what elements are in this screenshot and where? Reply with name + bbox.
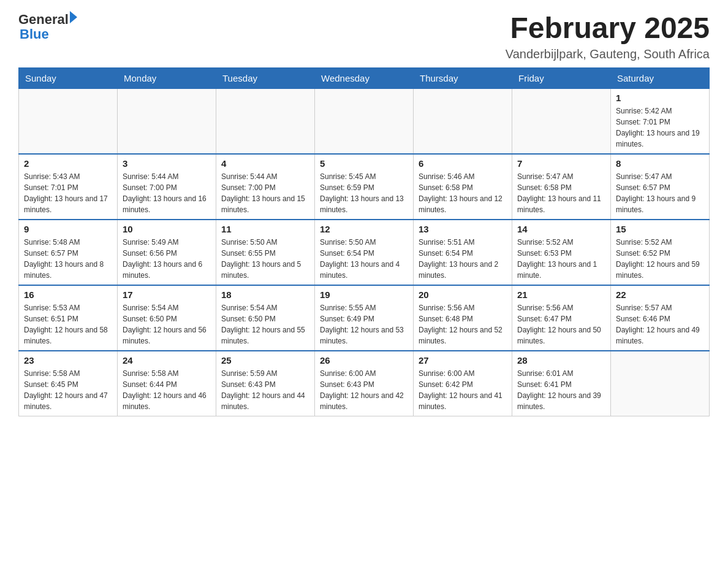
day-number: 13 (419, 224, 507, 234)
day-info: Sunrise: 6:00 AM Sunset: 6:42 PM Dayligh… (419, 368, 507, 412)
calendar-cell: 26Sunrise: 6:00 AM Sunset: 6:43 PM Dayli… (315, 351, 414, 416)
day-number: 14 (517, 224, 605, 234)
day-number: 18 (221, 289, 309, 300)
calendar-cell: 28Sunrise: 6:01 AM Sunset: 6:41 PM Dayli… (512, 351, 611, 416)
day-info: Sunrise: 5:56 AM Sunset: 6:47 PM Dayligh… (517, 302, 605, 347)
day-number: 19 (320, 289, 408, 300)
day-info: Sunrise: 5:57 AM Sunset: 6:46 PM Dayligh… (616, 302, 704, 347)
calendar-cell: 22Sunrise: 5:57 AM Sunset: 6:46 PM Dayli… (611, 285, 710, 351)
calendar-cell: 13Sunrise: 5:51 AM Sunset: 6:54 PM Dayli… (414, 220, 512, 285)
calendar-cell: 7Sunrise: 5:47 AM Sunset: 6:58 PM Daylig… (512, 154, 611, 220)
weekday-header-tuesday: Tuesday (216, 67, 315, 88)
day-number: 4 (221, 158, 309, 169)
calendar-cell: 14Sunrise: 5:52 AM Sunset: 6:53 PM Dayli… (512, 220, 611, 285)
page-header: General Blue February 2025 Vanderbijlpar… (18, 12, 710, 61)
calendar-week-row: 9Sunrise: 5:48 AM Sunset: 6:57 PM Daylig… (19, 220, 710, 285)
weekday-header-row: SundayMondayTuesdayWednesdayThursdayFrid… (19, 67, 710, 88)
location-title: Vanderbijlpark, Gauteng, South Africa (506, 47, 710, 61)
day-info: Sunrise: 5:42 AM Sunset: 7:01 PM Dayligh… (616, 105, 704, 150)
calendar-cell: 11Sunrise: 5:50 AM Sunset: 6:55 PM Dayli… (216, 220, 315, 285)
day-number: 2 (24, 158, 112, 169)
calendar-table: SundayMondayTuesdayWednesdayThursdayFrid… (18, 67, 710, 416)
calendar-week-row: 23Sunrise: 5:58 AM Sunset: 6:45 PM Dayli… (19, 351, 710, 416)
day-number: 9 (24, 224, 112, 234)
day-info: Sunrise: 5:44 AM Sunset: 7:00 PM Dayligh… (221, 171, 309, 215)
day-number: 24 (123, 355, 211, 366)
day-info: Sunrise: 6:00 AM Sunset: 6:43 PM Dayligh… (320, 368, 408, 412)
day-info: Sunrise: 5:50 AM Sunset: 6:55 PM Dayligh… (221, 237, 309, 281)
calendar-cell: 25Sunrise: 5:59 AM Sunset: 6:43 PM Dayli… (216, 351, 315, 416)
day-number: 25 (221, 355, 309, 366)
day-number: 17 (123, 289, 211, 300)
day-number: 26 (320, 355, 408, 366)
day-info: Sunrise: 5:51 AM Sunset: 6:54 PM Dayligh… (419, 237, 507, 281)
day-number: 6 (419, 158, 507, 169)
weekday-header-monday: Monday (118, 67, 216, 88)
day-info: Sunrise: 5:54 AM Sunset: 6:50 PM Dayligh… (221, 302, 309, 347)
day-info: Sunrise: 6:01 AM Sunset: 6:41 PM Dayligh… (517, 368, 605, 412)
calendar-cell: 2Sunrise: 5:43 AM Sunset: 7:01 PM Daylig… (19, 154, 118, 220)
calendar-cell: 4Sunrise: 5:44 AM Sunset: 7:00 PM Daylig… (216, 154, 315, 220)
calendar-cell (611, 351, 710, 416)
calendar-cell: 6Sunrise: 5:46 AM Sunset: 6:58 PM Daylig… (414, 154, 512, 220)
day-info: Sunrise: 5:48 AM Sunset: 6:57 PM Dayligh… (24, 237, 112, 281)
day-info: Sunrise: 5:56 AM Sunset: 6:48 PM Dayligh… (419, 302, 507, 347)
logo: General Blue (18, 12, 77, 42)
day-number: 22 (616, 289, 704, 300)
calendar-cell: 9Sunrise: 5:48 AM Sunset: 6:57 PM Daylig… (19, 220, 118, 285)
calendar-cell: 12Sunrise: 5:50 AM Sunset: 6:54 PM Dayli… (315, 220, 414, 285)
day-number: 11 (221, 224, 309, 234)
day-number: 3 (123, 158, 211, 169)
day-info: Sunrise: 5:54 AM Sunset: 6:50 PM Dayligh… (123, 302, 211, 347)
day-number: 7 (517, 158, 605, 169)
logo-text-general: General (18, 12, 69, 27)
logo-arrow-icon (70, 11, 77, 23)
calendar-cell: 24Sunrise: 5:58 AM Sunset: 6:44 PM Dayli… (118, 351, 216, 416)
weekday-header-thursday: Thursday (414, 67, 512, 88)
calendar-cell: 8Sunrise: 5:47 AM Sunset: 6:57 PM Daylig… (611, 154, 710, 220)
day-number: 23 (24, 355, 112, 366)
calendar-cell (512, 88, 611, 154)
calendar-cell: 10Sunrise: 5:49 AM Sunset: 6:56 PM Dayli… (118, 220, 216, 285)
calendar-cell: 18Sunrise: 5:54 AM Sunset: 6:50 PM Dayli… (216, 285, 315, 351)
calendar-cell: 16Sunrise: 5:53 AM Sunset: 6:51 PM Dayli… (19, 285, 118, 351)
title-block: February 2025 Vanderbijlpark, Gauteng, S… (506, 12, 710, 61)
day-number: 15 (616, 224, 704, 234)
calendar-cell: 20Sunrise: 5:56 AM Sunset: 6:48 PM Dayli… (414, 285, 512, 351)
calendar-week-row: 1Sunrise: 5:42 AM Sunset: 7:01 PM Daylig… (19, 88, 710, 154)
calendar-cell (414, 88, 512, 154)
calendar-week-row: 2Sunrise: 5:43 AM Sunset: 7:01 PM Daylig… (19, 154, 710, 220)
calendar-cell: 27Sunrise: 6:00 AM Sunset: 6:42 PM Dayli… (414, 351, 512, 416)
day-info: Sunrise: 5:50 AM Sunset: 6:54 PM Dayligh… (320, 237, 408, 281)
day-number: 27 (419, 355, 507, 366)
day-info: Sunrise: 5:47 AM Sunset: 6:58 PM Dayligh… (517, 171, 605, 215)
month-title: February 2025 (506, 12, 710, 45)
day-info: Sunrise: 5:49 AM Sunset: 6:56 PM Dayligh… (123, 237, 211, 281)
calendar-cell: 5Sunrise: 5:45 AM Sunset: 6:59 PM Daylig… (315, 154, 414, 220)
day-info: Sunrise: 5:47 AM Sunset: 6:57 PM Dayligh… (616, 171, 704, 215)
calendar-cell: 1Sunrise: 5:42 AM Sunset: 7:01 PM Daylig… (611, 88, 710, 154)
day-info: Sunrise: 5:52 AM Sunset: 6:52 PM Dayligh… (616, 237, 704, 281)
day-number: 1 (616, 93, 704, 103)
day-info: Sunrise: 5:46 AM Sunset: 6:58 PM Dayligh… (419, 171, 507, 215)
day-info: Sunrise: 5:45 AM Sunset: 6:59 PM Dayligh… (320, 171, 408, 215)
calendar-cell: 15Sunrise: 5:52 AM Sunset: 6:52 PM Dayli… (611, 220, 710, 285)
day-info: Sunrise: 5:59 AM Sunset: 6:43 PM Dayligh… (221, 368, 309, 412)
calendar-cell: 17Sunrise: 5:54 AM Sunset: 6:50 PM Dayli… (118, 285, 216, 351)
calendar-cell (19, 88, 118, 154)
logo-text-blue: Blue (20, 26, 49, 42)
day-info: Sunrise: 5:44 AM Sunset: 7:00 PM Dayligh… (123, 171, 211, 215)
day-info: Sunrise: 5:58 AM Sunset: 6:44 PM Dayligh… (123, 368, 211, 412)
day-info: Sunrise: 5:52 AM Sunset: 6:53 PM Dayligh… (517, 237, 605, 281)
day-number: 21 (517, 289, 605, 300)
calendar-cell: 21Sunrise: 5:56 AM Sunset: 6:47 PM Dayli… (512, 285, 611, 351)
calendar-cell (216, 88, 315, 154)
day-number: 16 (24, 289, 112, 300)
calendar-cell: 19Sunrise: 5:55 AM Sunset: 6:49 PM Dayli… (315, 285, 414, 351)
calendar-week-row: 16Sunrise: 5:53 AM Sunset: 6:51 PM Dayli… (19, 285, 710, 351)
day-info: Sunrise: 5:53 AM Sunset: 6:51 PM Dayligh… (24, 302, 112, 347)
weekday-header-wednesday: Wednesday (315, 67, 414, 88)
weekday-header-sunday: Sunday (19, 67, 118, 88)
day-number: 5 (320, 158, 408, 169)
day-number: 10 (123, 224, 211, 234)
